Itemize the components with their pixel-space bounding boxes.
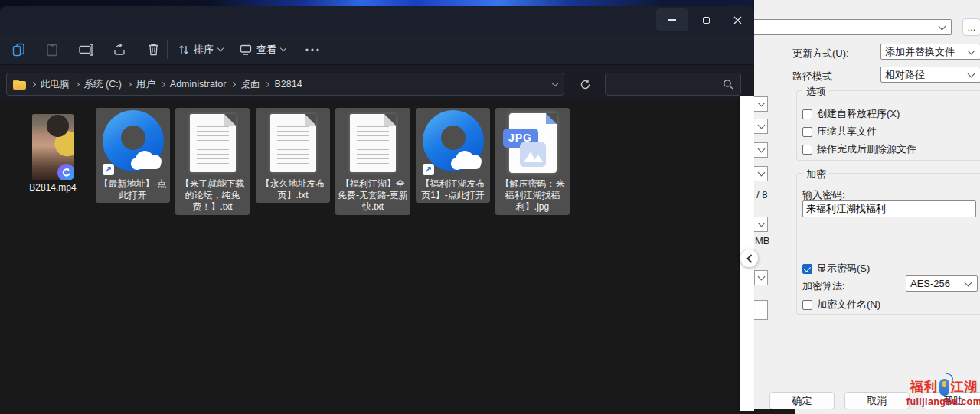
- update-mode-combo[interactable]: 添加并替换文件: [880, 44, 980, 60]
- maximize-button[interactable]: [690, 8, 722, 31]
- breadcrumb-this-pc[interactable]: 此电脑: [41, 78, 70, 91]
- checkbox-unchecked-icon[interactable]: [802, 109, 812, 119]
- checkbox-unchecked-icon[interactable]: [802, 127, 812, 137]
- paste-button[interactable]: [38, 37, 66, 62]
- encryption-method-combo[interactable]: AES-256: [906, 275, 978, 292]
- breadcrumb-separator-icon: [264, 81, 270, 86]
- window-edge-fragment: [754, 409, 795, 414]
- copy-button[interactable]: [5, 37, 32, 62]
- file-tile-shortcut[interactable]: ↗ 【最新地址】-点此打开: [96, 108, 170, 203]
- rename-button[interactable]: [72, 37, 100, 62]
- encrypt-filenames-checkbox[interactable]: 加密文件名(N): [802, 298, 880, 311]
- chevron-down-icon: [939, 22, 946, 30]
- option-create-sfx[interactable]: 创建自释放程序(X): [802, 107, 900, 121]
- encryption-group-label: 加密: [803, 168, 829, 181]
- hidden-field-fragment[interactable]: [754, 300, 768, 320]
- chevron-down-icon: [758, 169, 766, 177]
- search-icon: [723, 79, 733, 90]
- chevron-down-icon: [217, 45, 224, 51]
- breadcrumb-administrator[interactable]: Administrator: [170, 79, 227, 90]
- breadcrumb-current-folder[interactable]: B2814: [274, 79, 302, 90]
- hidden-combo-fragment[interactable]: [754, 96, 768, 112]
- address-dropdown-icon[interactable]: [552, 80, 558, 86]
- copy-icon: [12, 43, 25, 57]
- address-bar[interactable]: 此电脑 系统 (C:) 用户 Administrator 桌面 B2814: [6, 73, 564, 96]
- command-toolbar: 排序 查看: [0, 34, 754, 65]
- checkbox-unchecked-icon[interactable]: [802, 145, 812, 155]
- path-mode-value: 相对路径: [881, 68, 969, 82]
- file-name: 【永久地址发布页】.txt: [256, 178, 330, 201]
- browse-button[interactable]: ...: [962, 18, 980, 36]
- chevron-down-icon: [758, 122, 766, 129]
- breadcrumb-users[interactable]: 用户: [136, 78, 155, 91]
- file-tile-jpg[interactable]: JPG 【解压密码：来福利江湖找福利】.jpg: [495, 108, 570, 215]
- file-name: 【来了就能下载的论坛，纯免费！】.txt: [175, 178, 250, 213]
- hidden-combo-fragment[interactable]: [754, 119, 768, 134]
- encryption-method-value: AES-256: [906, 278, 965, 289]
- hidden-combo-fragment[interactable]: [754, 217, 768, 232]
- qq-browser-icon: ↗: [101, 109, 165, 177]
- file-tile-txt[interactable]: 【来了就能下载的论坛，纯免费！】.txt: [175, 108, 250, 215]
- option-delete-after[interactable]: 操作完成后删除源文件: [802, 142, 916, 156]
- checkbox-unchecked-icon[interactable]: [802, 300, 812, 310]
- file-list-area[interactable]: B2814.mp4: [0, 99, 754, 414]
- chevron-down-icon: [758, 145, 766, 153]
- file-tile-shortcut[interactable]: ↗ 【福利江湖发布页1】-点此打开: [416, 108, 490, 203]
- option-delete-after-label: 操作完成后删除源文件: [817, 142, 916, 156]
- ok-button[interactable]: 确定: [769, 392, 835, 409]
- encryption-method-label: 加密算法:: [802, 279, 845, 293]
- file-tile-txt[interactable]: 【永久地址发布页】.txt: [256, 108, 330, 203]
- shortcut-arrow-icon: ↗: [103, 164, 114, 175]
- cancel-button[interactable]: 取消: [844, 392, 910, 409]
- path-mode-label: 路径模式: [792, 70, 832, 83]
- file-name: 【福利江湖发布页1】-点此打开: [416, 178, 490, 201]
- breadcrumb-separator-icon: [74, 81, 79, 86]
- show-password-label: 显示密码(S): [817, 262, 870, 275]
- minimize-button[interactable]: [656, 8, 688, 31]
- checkbox-checked-icon[interactable]: [802, 264, 812, 274]
- breadcrumb-desktop[interactable]: 桌面: [240, 78, 260, 91]
- watermark-text-right: 江湖: [951, 378, 978, 396]
- delete-button[interactable]: [139, 37, 167, 62]
- password-input[interactable]: [802, 200, 976, 217]
- chevron-down-icon: [968, 47, 975, 54]
- file-name: B2814.mp4: [21, 182, 84, 194]
- file-tile-txt[interactable]: 【福利江湖】全免费-无套路-更新快.txt: [335, 108, 410, 215]
- chevron-down-icon: [758, 273, 766, 281]
- sort-button[interactable]: 排序: [175, 37, 227, 62]
- hidden-combo-fragment[interactable]: [754, 166, 768, 181]
- paste-icon: [46, 43, 58, 57]
- show-password-checkbox[interactable]: 显示密码(S): [802, 262, 870, 275]
- trash-icon: [148, 43, 159, 56]
- more-options-button[interactable]: [299, 37, 326, 62]
- fulijianghu-watermark: 福利 江湖 fulijianghu.com: [906, 378, 980, 407]
- hidden-combo-fragment[interactable]: [754, 142, 768, 158]
- titlebar[interactable]: [0, 6, 754, 34]
- chevron-down-icon: [758, 220, 766, 227]
- chevron-down-icon: [280, 45, 286, 51]
- file-tile-video[interactable]: B2814.mp4: [21, 112, 84, 194]
- share-button[interactable]: [106, 37, 133, 62]
- maximize-icon: [703, 17, 710, 24]
- search-input[interactable]: [605, 73, 741, 96]
- archive-dialog: ... 更新方式(U): 添加并替换文件 路径模式 相对路径 选项 创建自释放程…: [754, 0, 980, 414]
- refresh-button[interactable]: [573, 73, 597, 96]
- txt-file-icon: [270, 114, 316, 172]
- options-group-label: 选项: [803, 85, 829, 99]
- option-compress-shared[interactable]: 压缩共享文件: [802, 125, 877, 139]
- chevron-down-icon: [968, 70, 975, 77]
- collapse-panel-button[interactable]: [740, 249, 758, 267]
- sort-label: 排序: [194, 43, 214, 57]
- close-button[interactable]: [722, 8, 753, 31]
- breadcrumb-separator-icon: [160, 81, 165, 86]
- view-button[interactable]: 查看: [237, 37, 288, 62]
- breadcrumb-drive-c[interactable]: 系统 (C:): [84, 78, 122, 91]
- address-row: 此电脑 系统 (C:) 用户 Administrator 桌面 B2814: [0, 65, 754, 99]
- hidden-combo-fragment[interactable]: [754, 270, 768, 285]
- rename-icon: [79, 44, 93, 56]
- archive-name-combo[interactable]: [754, 19, 952, 35]
- path-mode-combo[interactable]: 相对路径: [880, 67, 980, 83]
- minimize-icon: [668, 19, 676, 21]
- picture-glyph-icon: [520, 142, 546, 167]
- breadcrumb-separator-icon: [230, 81, 236, 86]
